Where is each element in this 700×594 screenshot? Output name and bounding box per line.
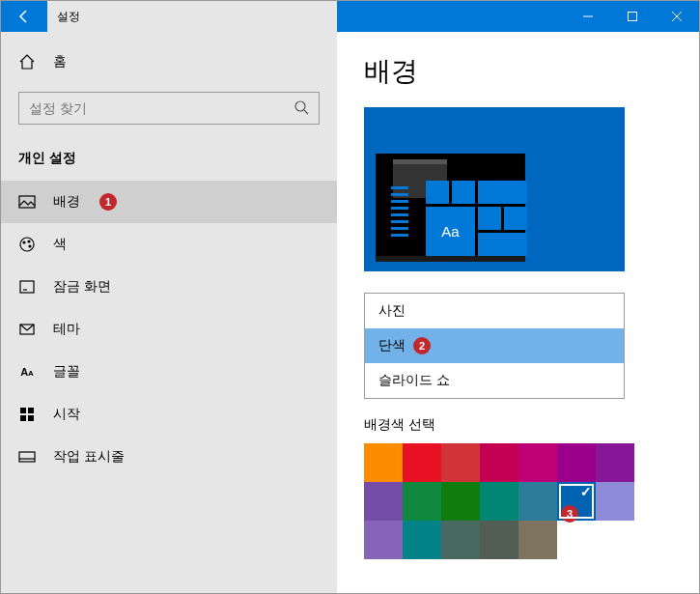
sidebar-item-label: 시작	[53, 406, 80, 423]
color-swatch[interactable]	[480, 521, 518, 559]
dropdown-option-photo[interactable]: 사진	[365, 294, 624, 328]
sidebar-item-label: 잠금 화면	[53, 278, 111, 296]
desktop-preview: Aa	[364, 107, 625, 271]
section-title: 개인 설정	[1, 136, 337, 181]
dropdown-option-slideshow[interactable]: 슬라이드 쇼	[365, 363, 624, 398]
sidebar-item-colors[interactable]: 색	[1, 223, 337, 266]
window-title: 설정	[47, 1, 337, 32]
sidebar-item-lockscreen[interactable]: 잠금 화면	[1, 266, 337, 308]
svg-point-5	[28, 240, 30, 242]
sidebar-item-taskbar[interactable]: 작업 표시줄	[1, 436, 337, 478]
color-swatch[interactable]	[596, 443, 634, 482]
sidebar-item-label: 색	[53, 236, 67, 253]
search-icon	[294, 99, 309, 118]
sidebar-item-label: 글꼴	[53, 363, 80, 381]
fonts-icon: AA	[18, 363, 36, 381]
color-swatch[interactable]	[403, 443, 441, 482]
svg-rect-11	[20, 415, 26, 421]
annotation-marker: 2	[413, 337, 431, 354]
color-swatch[interactable]	[364, 521, 403, 559]
home-link[interactable]: 홈	[1, 43, 337, 80]
start-icon	[18, 406, 36, 423]
svg-rect-7	[20, 281, 34, 293]
svg-rect-10	[28, 408, 34, 413]
color-swatch[interactable]	[518, 521, 557, 559]
search-input[interactable]	[18, 92, 320, 125]
dropdown-option-label: 슬라이드 쇼	[378, 372, 450, 389]
back-button[interactable]	[1, 1, 47, 32]
sidebar-item-themes[interactable]: 테마	[1, 308, 337, 351]
background-type-dropdown[interactable]: 사진 단색 2 슬라이드 쇼	[364, 293, 625, 399]
svg-point-1	[295, 101, 305, 111]
svg-rect-0	[629, 13, 637, 21]
preview-tile-text: Aa	[426, 207, 475, 256]
svg-rect-9	[20, 408, 26, 413]
color-swatch[interactable]	[403, 482, 441, 521]
color-swatch[interactable]	[518, 443, 557, 482]
svg-point-3	[20, 238, 34, 251]
sidebar-item-label: 배경	[53, 193, 80, 211]
themes-icon	[18, 321, 36, 338]
home-label: 홈	[53, 53, 67, 71]
main-content: 배경 Aa	[337, 32, 699, 593]
svg-rect-2	[19, 196, 35, 208]
sidebar-item-label: 테마	[53, 321, 80, 338]
sidebar: 홈 개인 설정 배경 1 색 잠금 화면 테마 AA 글꼴	[1, 32, 337, 593]
annotation-marker: 1	[99, 193, 117, 211]
svg-point-6	[29, 245, 31, 247]
sidebar-item-background[interactable]: 배경 1	[1, 181, 337, 223]
picture-icon	[18, 193, 36, 211]
svg-rect-13	[19, 452, 35, 462]
color-swatch[interactable]	[441, 482, 480, 521]
color-grid: 3	[364, 443, 636, 559]
sidebar-item-label: 작업 표시줄	[53, 448, 125, 466]
home-icon	[18, 53, 36, 71]
dropdown-option-label: 사진	[378, 302, 406, 320]
dropdown-option-solid[interactable]: 단색 2	[365, 328, 624, 363]
search-field[interactable]	[29, 100, 294, 116]
svg-rect-12	[28, 415, 34, 421]
minimize-button[interactable]	[566, 1, 610, 32]
svg-point-4	[23, 241, 25, 243]
annotation-marker: 3	[561, 505, 578, 523]
color-swatch[interactable]	[480, 443, 518, 482]
color-swatch[interactable]	[480, 482, 518, 521]
color-section-label: 배경색 선택	[364, 416, 672, 434]
sidebar-item-start[interactable]: 시작	[1, 393, 337, 436]
close-button[interactable]	[655, 1, 699, 32]
maximize-button[interactable]	[610, 1, 655, 32]
color-swatch[interactable]	[557, 443, 596, 482]
color-swatch[interactable]	[596, 482, 634, 521]
taskbar-icon	[18, 448, 36, 466]
palette-icon	[18, 236, 36, 253]
color-swatch[interactable]	[441, 443, 480, 482]
page-title: 배경	[364, 53, 672, 90]
color-swatch[interactable]	[364, 443, 403, 482]
color-swatch[interactable]	[403, 521, 441, 559]
sidebar-item-fonts[interactable]: AA 글꼴	[1, 351, 337, 393]
lockscreen-icon	[18, 278, 36, 296]
color-swatch[interactable]	[518, 482, 557, 521]
color-swatch[interactable]: 3	[557, 482, 596, 521]
dropdown-option-label: 단색	[378, 337, 406, 354]
color-swatch[interactable]	[441, 521, 480, 559]
color-swatch[interactable]	[364, 482, 403, 521]
